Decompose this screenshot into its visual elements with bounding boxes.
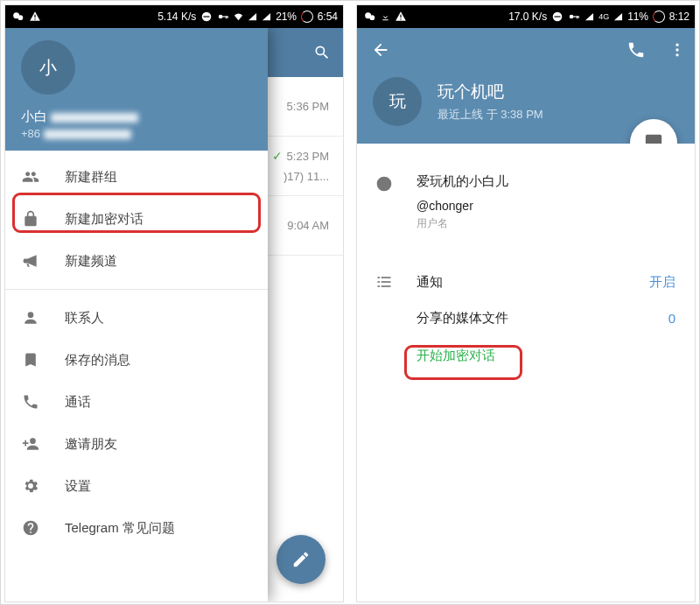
compose-fab[interactable] <box>276 535 326 584</box>
svg-point-21 <box>676 48 678 51</box>
drawer-item-label: 新建加密对话 <box>65 211 144 228</box>
warning-icon <box>29 11 41 23</box>
drawer-item-label: Telegram 常见问题 <box>65 520 175 537</box>
drawer-faq[interactable]: Telegram 常见问题 <box>5 507 268 549</box>
shared-media-row[interactable]: 分享的媒体文件 0 <box>357 299 695 337</box>
drawer-item-label: 联系人 <box>65 310 104 327</box>
user-avatar[interactable]: 小 <box>21 40 75 95</box>
drawer-contacts[interactable]: 联系人 <box>5 297 268 339</box>
pencil-icon <box>291 550 311 569</box>
navigation-drawer: 小 小白 +86 新建群组 新建加密对话 新建频道 联系人 <box>5 28 268 601</box>
drawer-new-secret-chat[interactable]: 新建加密对话 <box>5 198 268 240</box>
svg-rect-12 <box>400 15 401 18</box>
megaphone-icon <box>22 252 39 270</box>
battery-percent: 11% <box>627 11 648 23</box>
vpn-key-icon <box>217 11 229 23</box>
drawer-item-label: 设置 <box>65 478 91 495</box>
user-name: 小白 <box>21 109 252 125</box>
svg-rect-8 <box>226 16 227 18</box>
start-secret-chat-row[interactable]: 开始加密对话 <box>357 337 695 375</box>
drawer-item-label: 保存的消息 <box>65 352 130 369</box>
right-phone-screen: 17.0 K/s 4G 11% 8:12 玩 玩个机吧 最近上线 于 3:38 … <box>356 4 696 602</box>
signal-icon-2 <box>613 12 623 22</box>
help-icon <box>22 519 39 537</box>
shared-media-value: 0 <box>668 311 676 326</box>
svg-point-20 <box>676 44 678 46</box>
net-speed: 5.14 K/s <box>158 11 196 23</box>
drawer-new-group[interactable]: 新建群组 <box>5 156 268 198</box>
svg-rect-29 <box>382 281 391 283</box>
user-phone: +86 <box>21 127 252 140</box>
phone-icon <box>22 393 39 411</box>
svg-rect-9 <box>228 16 228 18</box>
search-icon[interactable] <box>313 44 331 61</box>
profile-body: 爱玩机的小白儿 @chonger 用户名 通知 开启 分享的媒体文件 0 开始加… <box>357 144 695 601</box>
vpn-key-icon <box>568 11 580 23</box>
svg-rect-27 <box>382 277 391 278</box>
list-icon <box>375 273 393 291</box>
contact-avatar[interactable]: 玩 <box>373 77 422 126</box>
signal-icon-2 <box>262 12 271 22</box>
status-bar: 17.0 K/s 4G 11% 8:12 <box>357 5 695 28</box>
user-info-section: 爱玩机的小白儿 @chonger 用户名 <box>357 170 695 235</box>
svg-rect-30 <box>378 285 381 287</box>
back-arrow-icon[interactable] <box>371 40 390 60</box>
drawer-header: 小 小白 +86 <box>5 28 268 151</box>
svg-rect-15 <box>555 16 561 17</box>
svg-rect-3 <box>34 18 35 19</box>
svg-point-25 <box>383 180 384 181</box>
drawer-item-label: 通话 <box>65 394 91 411</box>
wechat-icon <box>12 11 24 23</box>
drawer-menu: 新建群组 新建加密对话 新建频道 联系人 保存的消息 通话 <box>5 151 268 549</box>
drawer-calls[interactable]: 通话 <box>5 381 268 423</box>
dnd-icon <box>551 11 564 23</box>
svg-rect-7 <box>222 16 228 17</box>
drawer-settings[interactable]: 设置 <box>5 465 268 507</box>
lock-icon <box>22 210 39 228</box>
drawer-item-label: 新建频道 <box>65 253 117 270</box>
drawer-item-label: 新建群组 <box>65 169 117 186</box>
svg-rect-18 <box>577 16 578 18</box>
contact-title: 玩个机吧 <box>438 81 543 103</box>
redacted-phone-part <box>44 130 131 139</box>
group-icon <box>22 168 39 186</box>
phone-icon[interactable] <box>626 40 646 60</box>
svg-point-6 <box>219 15 223 19</box>
drawer-saved-messages[interactable]: 保存的消息 <box>5 339 268 381</box>
last-seen: 最近上线 于 3:38 PM <box>438 107 543 123</box>
svg-rect-26 <box>378 277 381 278</box>
contact-icon <box>22 309 39 327</box>
wechat-icon <box>364 11 376 23</box>
clock-ring-icon <box>301 11 313 23</box>
svg-rect-13 <box>400 18 401 19</box>
notifications-row[interactable]: 通知 开启 <box>357 264 695 299</box>
signal-icon <box>248 12 257 22</box>
notifications-label: 通知 <box>416 274 626 291</box>
drawer-invite-friends[interactable]: 邀请朋友 <box>5 423 268 465</box>
profile-toolbar <box>357 28 695 72</box>
svg-rect-2 <box>34 15 35 18</box>
start-secret-chat-label: 开始加密对话 <box>416 348 495 364</box>
svg-point-11 <box>369 15 374 20</box>
svg-rect-5 <box>204 16 210 17</box>
svg-point-16 <box>570 15 574 19</box>
svg-point-22 <box>676 53 678 56</box>
drawer-new-channel[interactable]: 新建频道 <box>5 240 268 282</box>
username-hint: 用户名 <box>416 216 677 231</box>
left-phone-screen: 5.14 K/s 21% 6:54 5:36 PM ✓5:23 PM )17) … <box>4 4 344 602</box>
gear-icon <box>22 477 39 495</box>
contact-username[interactable]: @chonger <box>416 199 677 213</box>
more-vert-icon[interactable] <box>668 41 686 59</box>
svg-rect-17 <box>573 16 578 17</box>
signal-icon <box>584 12 594 22</box>
battery-percent: 21% <box>276 11 296 23</box>
redacted-name-part <box>51 113 138 123</box>
clock-time: 8:12 <box>669 11 690 23</box>
download-icon <box>381 12 390 22</box>
svg-rect-28 <box>378 281 381 283</box>
dnd-icon <box>200 11 213 23</box>
clock-ring-icon <box>653 11 665 23</box>
svg-point-1 <box>18 15 23 20</box>
network-type: 4G <box>598 12 609 21</box>
notifications-value: 开启 <box>649 274 676 291</box>
